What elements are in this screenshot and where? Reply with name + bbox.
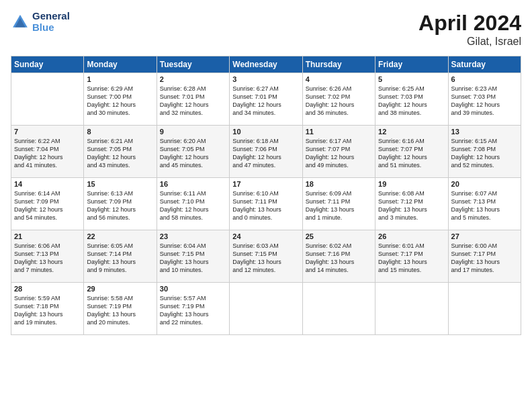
col-friday: Friday [375,56,448,73]
calendar-cell [11,73,84,126]
col-thursday: Thursday [302,56,375,73]
calendar-cell [448,283,521,335]
day-number: 1 [87,75,153,83]
cell-details: Sunrise: 6:00 AMSunset: 7:17 PMDaylight:… [451,242,518,275]
cell-details: Sunrise: 5:59 AMSunset: 7:18 PMDaylight:… [14,294,81,327]
day-number: 30 [160,285,226,293]
cell-details: Sunrise: 6:25 AMSunset: 7:03 PMDaylight:… [378,85,445,118]
col-sunday: Sunday [11,56,84,73]
calendar-cell: 11Sunrise: 6:17 AMSunset: 7:07 PMDayligh… [302,126,375,178]
cell-details: Sunrise: 6:17 AMSunset: 7:07 PMDaylight:… [306,137,372,170]
calendar-subtitle: Gilat, Israel [418,36,521,48]
calendar-cell: 13Sunrise: 6:15 AMSunset: 7:08 PMDayligh… [448,126,521,178]
calendar-title: April 2024 [418,11,521,36]
calendar-week-row: 14Sunrise: 6:14 AMSunset: 7:09 PMDayligh… [11,178,521,230]
logo-icon [11,13,30,32]
day-number: 19 [378,180,445,188]
calendar-week-row: 28Sunrise: 5:59 AMSunset: 7:18 PMDayligh… [11,283,521,335]
calendar-cell: 2Sunrise: 6:28 AMSunset: 7:01 PMDaylight… [157,73,229,126]
day-number: 18 [306,180,372,188]
cell-details: Sunrise: 5:57 AMSunset: 7:19 PMDaylight:… [160,294,226,327]
day-number: 13 [451,128,518,136]
day-number: 29 [87,285,153,293]
calendar-cell: 22Sunrise: 6:05 AMSunset: 7:14 PMDayligh… [84,230,157,283]
day-number: 22 [87,232,153,240]
col-wednesday: Wednesday [230,56,302,73]
day-number: 17 [232,180,299,188]
calendar-cell: 10Sunrise: 6:18 AMSunset: 7:06 PMDayligh… [230,126,302,178]
calendar-table: Sunday Monday Tuesday Wednesday Thursday… [11,56,521,335]
calendar-week-row: 21Sunrise: 6:06 AMSunset: 7:13 PMDayligh… [11,230,521,283]
cell-details: Sunrise: 6:04 AMSunset: 7:15 PMDaylight:… [160,242,226,275]
calendar-cell: 16Sunrise: 6:11 AMSunset: 7:10 PMDayligh… [157,178,229,230]
cell-details: Sunrise: 6:20 AMSunset: 7:05 PMDaylight:… [160,137,226,170]
cell-details: Sunrise: 6:13 AMSunset: 7:09 PMDaylight:… [87,189,153,222]
calendar-cell: 3Sunrise: 6:27 AMSunset: 7:01 PMDaylight… [230,73,302,126]
col-saturday: Saturday [448,56,521,73]
calendar-cell: 23Sunrise: 6:04 AMSunset: 7:15 PMDayligh… [157,230,229,283]
title-block: April 2024 Gilat, Israel [418,11,521,48]
day-number: 16 [160,180,226,188]
header-row: Sunday Monday Tuesday Wednesday Thursday… [11,56,521,73]
calendar-week-row: 7Sunrise: 6:22 AMSunset: 7:04 PMDaylight… [11,126,521,178]
cell-details: Sunrise: 6:16 AMSunset: 7:07 PMDaylight:… [378,137,445,170]
cell-details: Sunrise: 6:14 AMSunset: 7:09 PMDaylight:… [14,189,81,222]
day-number: 15 [87,180,153,188]
calendar-cell [302,283,375,335]
calendar-cell: 12Sunrise: 6:16 AMSunset: 7:07 PMDayligh… [375,126,448,178]
day-number: 8 [87,128,153,136]
cell-details: Sunrise: 6:06 AMSunset: 7:13 PMDaylight:… [14,242,81,275]
day-number: 10 [232,128,299,136]
cell-details: Sunrise: 6:03 AMSunset: 7:15 PMDaylight:… [232,242,299,275]
calendar-cell: 20Sunrise: 6:07 AMSunset: 7:13 PMDayligh… [448,178,521,230]
cell-details: Sunrise: 6:10 AMSunset: 7:11 PMDaylight:… [232,189,299,222]
calendar-cell: 18Sunrise: 6:09 AMSunset: 7:11 PMDayligh… [302,178,375,230]
cell-details: Sunrise: 6:27 AMSunset: 7:01 PMDaylight:… [232,85,299,118]
cell-details: Sunrise: 6:11 AMSunset: 7:10 PMDaylight:… [160,189,226,222]
cell-details: Sunrise: 6:01 AMSunset: 7:17 PMDaylight:… [378,242,445,275]
cell-details: Sunrise: 6:23 AMSunset: 7:03 PMDaylight:… [451,85,518,118]
cell-details: Sunrise: 6:02 AMSunset: 7:16 PMDaylight:… [306,242,372,275]
cell-details: Sunrise: 6:22 AMSunset: 7:04 PMDaylight:… [14,137,81,170]
day-number: 21 [14,232,81,240]
day-number: 27 [451,232,518,240]
calendar-cell: 6Sunrise: 6:23 AMSunset: 7:03 PMDaylight… [448,73,521,126]
page-header: General Blue April 2024 Gilat, Israel [11,11,521,48]
calendar-cell: 7Sunrise: 6:22 AMSunset: 7:04 PMDaylight… [11,126,84,178]
cell-details: Sunrise: 6:26 AMSunset: 7:02 PMDaylight:… [306,85,372,118]
calendar-cell: 15Sunrise: 6:13 AMSunset: 7:09 PMDayligh… [84,178,157,230]
cell-details: Sunrise: 6:09 AMSunset: 7:11 PMDaylight:… [306,189,372,222]
day-number: 20 [451,180,518,188]
day-number: 9 [160,128,226,136]
day-number: 6 [451,75,518,83]
calendar-cell: 9Sunrise: 6:20 AMSunset: 7:05 PMDaylight… [157,126,229,178]
cell-details: Sunrise: 6:05 AMSunset: 7:14 PMDaylight:… [87,242,153,275]
day-number: 28 [14,285,81,293]
col-monday: Monday [84,56,157,73]
day-number: 25 [306,232,372,240]
day-number: 7 [14,128,81,136]
day-number: 26 [378,232,445,240]
col-tuesday: Tuesday [157,56,229,73]
cell-details: Sunrise: 6:29 AMSunset: 7:00 PMDaylight:… [87,85,153,118]
calendar-cell: 24Sunrise: 6:03 AMSunset: 7:15 PMDayligh… [230,230,302,283]
day-number: 3 [232,75,299,83]
calendar-cell: 19Sunrise: 6:08 AMSunset: 7:12 PMDayligh… [375,178,448,230]
calendar-cell [230,283,302,335]
logo: General Blue [11,11,70,33]
logo-text-blue: Blue [32,22,70,34]
calendar-cell: 28Sunrise: 5:59 AMSunset: 7:18 PMDayligh… [11,283,84,335]
day-number: 4 [306,75,372,83]
calendar-cell: 5Sunrise: 6:25 AMSunset: 7:03 PMDaylight… [375,73,448,126]
day-number: 12 [378,128,445,136]
cell-details: Sunrise: 5:58 AMSunset: 7:19 PMDaylight:… [87,294,153,327]
calendar-cell: 29Sunrise: 5:58 AMSunset: 7:19 PMDayligh… [84,283,157,335]
day-number: 11 [306,128,372,136]
calendar-cell: 1Sunrise: 6:29 AMSunset: 7:00 PMDaylight… [84,73,157,126]
calendar-cell: 21Sunrise: 6:06 AMSunset: 7:13 PMDayligh… [11,230,84,283]
day-number: 24 [232,232,299,240]
calendar-cell: 30Sunrise: 5:57 AMSunset: 7:19 PMDayligh… [157,283,229,335]
calendar-cell: 25Sunrise: 6:02 AMSunset: 7:16 PMDayligh… [302,230,375,283]
cell-details: Sunrise: 6:07 AMSunset: 7:13 PMDaylight:… [451,189,518,222]
calendar-cell: 27Sunrise: 6:00 AMSunset: 7:17 PMDayligh… [448,230,521,283]
